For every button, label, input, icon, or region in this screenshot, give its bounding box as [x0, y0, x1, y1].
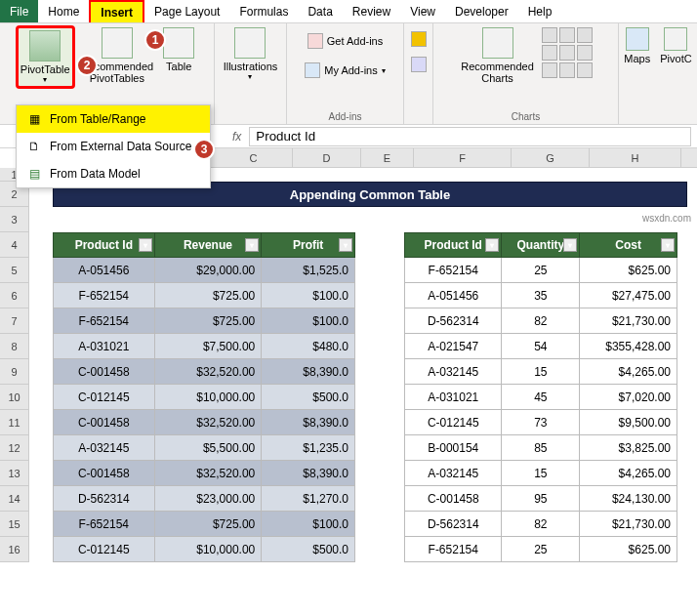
table-cell[interactable]: $725.00: [154, 283, 262, 308]
t1-header-profit[interactable]: Profit▾: [262, 233, 355, 258]
table-cell[interactable]: $21,730.00: [580, 308, 677, 334]
table-cell[interactable]: $100.0: [262, 308, 355, 334]
row-header[interactable]: 13: [0, 461, 28, 486]
table-cell[interactable]: $4,265.00: [580, 359, 677, 385]
table-cell[interactable]: F-652154: [405, 537, 502, 562]
filter-icon[interactable]: ▾: [485, 238, 499, 252]
chart-type-icon[interactable]: [542, 27, 557, 43]
maps-button[interactable]: Maps: [620, 25, 654, 66]
row-header[interactable]: 15: [0, 512, 28, 537]
table-cell[interactable]: A-021547: [405, 334, 502, 359]
t2-header-productid[interactable]: Product Id▾: [405, 233, 502, 258]
table-cell[interactable]: C-001458: [54, 461, 155, 486]
table-cell[interactable]: A-032145: [54, 435, 155, 461]
row-header[interactable]: 6: [0, 283, 28, 308]
people-icon[interactable]: [411, 57, 427, 72]
tab-developer[interactable]: Developer: [445, 0, 518, 22]
table-cell[interactable]: $23,000.00: [154, 486, 262, 512]
table-cell[interactable]: $100.0: [262, 283, 355, 308]
table-cell[interactable]: A-032145: [405, 461, 502, 486]
table-row[interactable]: C-001458$32,520.00$8,390.0: [54, 359, 355, 385]
table-cell[interactable]: A-031021: [54, 334, 155, 359]
table-cell[interactable]: $7,020.00: [580, 385, 677, 410]
filter-icon[interactable]: ▾: [139, 238, 152, 252]
table-row[interactable]: A-03214515$4,265.00: [405, 359, 677, 385]
table-cell[interactable]: $4,265.00: [580, 461, 677, 486]
table-cell[interactable]: 45: [502, 385, 580, 410]
table-cell[interactable]: $500.0: [262, 385, 355, 410]
table-row[interactable]: F-652154$725.00$100.0: [54, 308, 355, 334]
get-addins-button[interactable]: Get Add-ins: [304, 31, 387, 51]
table-row[interactable]: A-032145$5,500.00$1,235.0: [54, 435, 355, 461]
table-cell[interactable]: $625.00: [580, 537, 677, 562]
t1-header-revenue[interactable]: Revenue▾: [154, 233, 262, 258]
table-cell[interactable]: $1,235.0: [262, 435, 355, 461]
table-row[interactable]: A-05145635$27,475.00: [405, 283, 677, 308]
col-header[interactable]: H: [590, 148, 681, 167]
table-cell[interactable]: $29,000.00: [154, 258, 262, 283]
table-cell[interactable]: $24,130.00: [580, 486, 677, 512]
dropdown-from-table-range[interactable]: ▦ From Table/Range: [17, 105, 210, 133]
table-cell[interactable]: F-652154: [405, 258, 502, 283]
chart-type-icon[interactable]: [577, 62, 593, 78]
table-cell[interactable]: D-562314: [405, 512, 502, 537]
table-cell[interactable]: 85: [502, 435, 580, 461]
dropdown-from-external[interactable]: 🗋 From External Data Source: [17, 133, 210, 160]
tab-data[interactable]: Data: [298, 0, 342, 22]
table-cell[interactable]: $355,428.00: [580, 334, 677, 359]
recommended-charts-button[interactable]: Recommended Charts: [457, 25, 538, 86]
table-cell[interactable]: 15: [502, 359, 580, 385]
table-cell[interactable]: $32,520.00: [154, 359, 262, 385]
my-addins-button[interactable]: My Add-ins ▾: [301, 61, 389, 80]
table-cell[interactable]: $10,000.00: [154, 385, 262, 410]
table-cell[interactable]: C-001458: [54, 359, 155, 385]
table-cell[interactable]: $1,525.0: [262, 258, 355, 283]
table-cell[interactable]: D-562314: [54, 486, 155, 512]
table-cell[interactable]: $100.0: [262, 512, 355, 537]
row-header[interactable]: 7: [0, 308, 28, 334]
row-header[interactable]: 5: [0, 258, 28, 283]
col-header[interactable]: C: [215, 148, 293, 167]
table-row[interactable]: C-012145$10,000.00$500.0: [54, 385, 355, 410]
table-cell[interactable]: 35: [502, 283, 580, 308]
tab-formulas[interactable]: Formulas: [229, 0, 298, 22]
filter-icon[interactable]: ▾: [563, 238, 577, 252]
table-row[interactable]: C-01214573$9,500.00: [405, 410, 677, 435]
table-row[interactable]: C-001458$32,520.00$8,390.0: [54, 461, 355, 486]
table-cell[interactable]: C-012145: [54, 537, 155, 562]
t1-header-productid[interactable]: Product Id▾: [54, 233, 155, 258]
table-cell[interactable]: $27,475.00: [580, 283, 677, 308]
table-cell[interactable]: $21,730.00: [580, 512, 677, 537]
table-cell[interactable]: 73: [502, 410, 580, 435]
table-cell[interactable]: A-031021: [405, 385, 502, 410]
table-row[interactable]: A-03102145$7,020.00: [405, 385, 677, 410]
chart-type-icon[interactable]: [577, 45, 593, 61]
table-row[interactable]: D-562314$23,000.00$1,270.0: [54, 486, 355, 512]
table-cell[interactable]: 25: [502, 258, 580, 283]
filter-icon[interactable]: ▾: [339, 238, 352, 252]
table-row[interactable]: F-652154$725.00$100.0: [54, 283, 355, 308]
table-cell[interactable]: $725.00: [154, 512, 262, 537]
table-row[interactable]: A-031021$7,500.00$480.0: [54, 334, 355, 359]
table-cell[interactable]: F-652154: [54, 512, 155, 537]
table-cell[interactable]: $8,390.0: [262, 410, 355, 435]
row-header[interactable]: 3: [0, 207, 28, 232]
table-row[interactable]: A-02154754$355,428.00: [405, 334, 677, 359]
table-cell[interactable]: 54: [502, 334, 580, 359]
table-cell[interactable]: $32,520.00: [154, 410, 262, 435]
fx-icon[interactable]: fx: [225, 130, 249, 144]
table-cell[interactable]: C-001458: [54, 410, 155, 435]
table-row[interactable]: D-56231482$21,730.00: [405, 308, 677, 334]
illustrations-button[interactable]: Illustrations ▾: [220, 25, 282, 83]
table-row[interactable]: C-012145$10,000.00$500.0: [54, 537, 355, 562]
row-header[interactable]: 11: [0, 410, 28, 435]
table-row[interactable]: A-051456$29,000.00$1,525.0: [54, 258, 355, 283]
table-row[interactable]: B-00015485$3,825.00: [405, 435, 677, 461]
tab-view[interactable]: View: [400, 0, 445, 22]
table-cell[interactable]: $8,390.0: [262, 461, 355, 486]
pivotchart-button[interactable]: PivotC: [656, 25, 695, 66]
chart-type-icon[interactable]: [542, 62, 557, 78]
table-cell[interactable]: A-051456: [405, 283, 502, 308]
row-header[interactable]: 12: [0, 435, 28, 461]
table-cell[interactable]: $7,500.00: [154, 334, 262, 359]
